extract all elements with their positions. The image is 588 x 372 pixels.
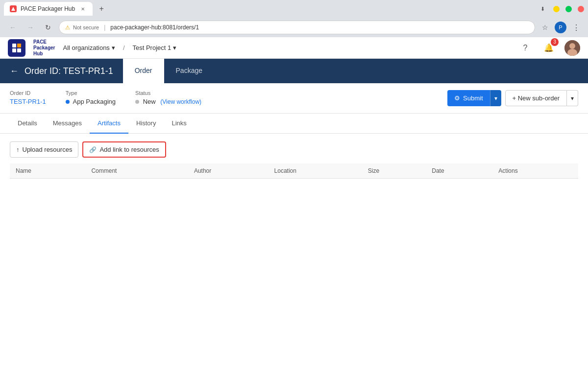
tab-messages[interactable]: Messages <box>45 114 90 134</box>
title-bar: PACE Packager Hub ✕ + ⬇ <box>0 0 588 18</box>
org-selector[interactable]: All organizations ▾ <box>63 44 115 51</box>
back-to-orders-button[interactable]: ← <box>10 66 19 76</box>
col-date: Date <box>426 163 492 179</box>
tab-order[interactable]: Order <box>123 59 164 83</box>
address-bar: ← → ↻ ⚠ Not secure | pace-packager-hub:8… <box>0 18 588 37</box>
bookmark-button[interactable]: ☆ <box>539 22 551 33</box>
submit-icon: ⚙ <box>454 94 460 102</box>
order-actions: ⚙ Submit ▾ + New sub-order ▾ <box>447 90 578 106</box>
app-logo <box>8 39 25 57</box>
order-id-label: Order ID <box>10 90 46 96</box>
order-info-bar: Order ID TEST-PR1-1 Type App Packaging S… <box>0 83 588 114</box>
notification-badge: 3 <box>551 38 559 46</box>
close-button[interactable] <box>578 6 584 12</box>
header-right: ? 🔔 3 <box>517 40 580 56</box>
security-icon: ⚠ <box>65 24 70 31</box>
security-label: Not secure <box>73 24 99 30</box>
submit-button-group: ⚙ Submit ▾ <box>447 90 501 106</box>
help-button[interactable]: ? <box>517 40 533 56</box>
order-title: Order ID: TEST-PR1-1 <box>24 66 113 76</box>
url-text: pace-packager-hub:8081/orders/1 <box>110 24 529 31</box>
action-buttons: ↑ Upload resources 🔗 Add link to resourc… <box>10 141 578 158</box>
content-tabs: Details Messages Artifacts History Links <box>0 114 588 134</box>
col-comment: Comment <box>85 163 188 179</box>
col-actions: Actions <box>492 163 578 179</box>
tab-artifacts[interactable]: Artifacts <box>90 114 128 134</box>
browser-menu-button[interactable]: ⋮ <box>570 22 582 33</box>
new-tab-button[interactable]: + <box>95 2 108 16</box>
status-label: Status <box>135 90 201 96</box>
project-chevron-icon: ▾ <box>173 44 176 51</box>
table-header: Name Comment Author Location Size Date A… <box>10 163 578 179</box>
type-dot <box>66 100 70 104</box>
view-workflow-link[interactable]: (View workflow) <box>160 98 201 105</box>
type-field: Type App Packaging <box>66 90 116 105</box>
order-id-value: TEST-PR1-1 <box>10 98 46 105</box>
artifacts-content: ↑ Upload resources 🔗 Add link to resourc… <box>0 134 588 372</box>
submit-button[interactable]: ⚙ Submit <box>447 90 490 106</box>
submit-dropdown-button[interactable]: ▾ <box>490 90 501 106</box>
col-author: Author <box>188 163 269 179</box>
download-icon[interactable]: ⬇ <box>538 4 547 14</box>
back-button[interactable]: ← <box>6 21 20 34</box>
type-label: Type <box>66 90 116 96</box>
breadcrumb-separator: / <box>123 44 125 51</box>
tab-strip: PACE Packager Hub ✕ + <box>4 2 108 16</box>
new-suborder-dropdown-button[interactable]: ▾ <box>567 90 578 106</box>
maximize-button[interactable] <box>565 6 572 12</box>
address-input[interactable]: ⚠ Not secure | pace-packager-hub:8081/or… <box>59 21 535 34</box>
tab-history[interactable]: History <box>128 114 164 134</box>
org-chevron-icon: ▾ <box>112 44 115 51</box>
order-header: ← Order ID: TEST-PR1-1 Order Package <box>0 59 588 83</box>
svg-marker-0 <box>11 7 15 11</box>
app-header: PACE Packager Hub All organizations ▾ / … <box>0 37 588 59</box>
app-content: PACE Packager Hub All organizations ▾ / … <box>0 37 588 372</box>
project-label: Test Project 1 <box>133 44 172 51</box>
col-name: Name <box>10 163 85 179</box>
tab-title: PACE Packager Hub <box>21 5 75 12</box>
svg-rect-2 <box>17 44 21 47</box>
project-selector[interactable]: Test Project 1 ▾ <box>133 44 177 51</box>
order-tabs: Order Package <box>123 59 214 83</box>
add-link-resources-button[interactable]: 🔗 Add link to resources <box>82 141 166 158</box>
status-field: Status New (View workflow) <box>135 90 201 105</box>
browser-tab[interactable]: PACE Packager Hub ✕ <box>4 2 93 16</box>
reload-button[interactable]: ↻ <box>41 21 55 34</box>
window-controls: ⬇ <box>538 4 584 14</box>
tab-close-button[interactable]: ✕ <box>79 5 87 13</box>
forward-button[interactable]: → <box>24 21 37 34</box>
tab-links[interactable]: Links <box>164 114 194 134</box>
svg-rect-3 <box>12 48 16 52</box>
order-id-field: Order ID TEST-PR1-1 <box>10 90 46 105</box>
status-value: New (View workflow) <box>135 98 201 105</box>
col-location: Location <box>269 163 362 179</box>
browser-window: PACE Packager Hub ✕ + ⬇ ← → ↻ ⚠ Not secu… <box>0 0 588 372</box>
notifications-button[interactable]: 🔔 3 <box>541 40 557 56</box>
svg-rect-1 <box>12 44 16 47</box>
app-logo-text: PACE Packager Hub <box>33 39 55 57</box>
address-actions: ☆ P ⋮ <box>539 22 582 33</box>
minimize-button[interactable] <box>553 6 560 12</box>
tab-package[interactable]: Package <box>164 59 214 83</box>
upload-resources-button[interactable]: ↑ Upload resources <box>10 141 78 158</box>
browser-profile-icon[interactable]: P <box>555 22 566 33</box>
status-dot <box>135 100 139 104</box>
svg-rect-4 <box>17 48 21 52</box>
upload-icon: ↑ <box>16 146 20 153</box>
tab-favicon <box>10 5 17 12</box>
col-size: Size <box>362 163 426 179</box>
resources-table: Name Comment Author Location Size Date A… <box>10 163 578 179</box>
order-meta: Order ID TEST-PR1-1 Type App Packaging S… <box>10 90 201 105</box>
svg-point-6 <box>569 43 575 49</box>
new-suborder-button[interactable]: + New sub-order <box>505 90 567 106</box>
org-label: All organizations <box>63 44 109 51</box>
user-avatar[interactable] <box>564 40 580 56</box>
tab-details[interactable]: Details <box>10 114 45 134</box>
new-suborder-button-group: + New sub-order ▾ <box>505 90 578 106</box>
type-value: App Packaging <box>66 98 116 105</box>
link-icon: 🔗 <box>89 146 97 153</box>
